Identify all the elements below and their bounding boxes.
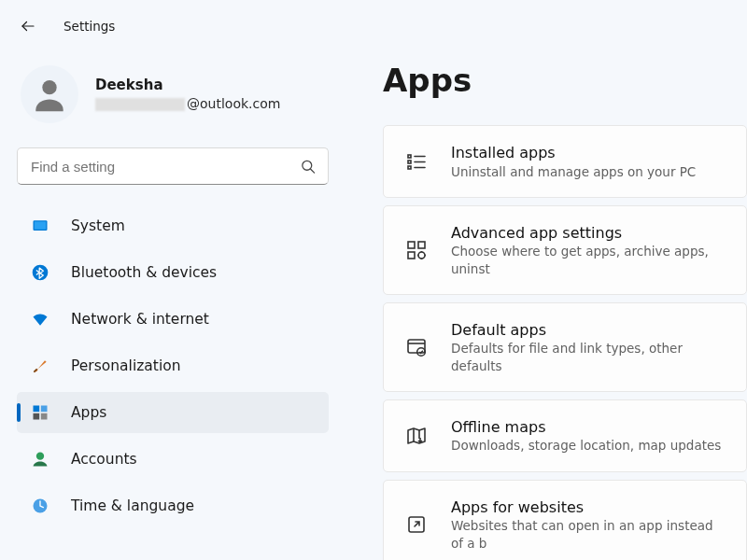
titlebar: Settings [0,0,747,52]
main-content: Apps Installed apps Uninstall and manage… [345,52,747,560]
card-offline-maps[interactable]: Offline maps Downloads, storage location… [383,399,747,472]
sidebar-item-accounts[interactable]: Accounts [17,439,329,480]
person-icon [29,74,70,115]
open-external-icon [404,513,429,536]
card-desc: Defaults for file and link types, other … [451,340,726,373]
sidebar-nav: System Bluetooth & devices Network & int… [17,205,329,526]
window-check-icon [404,336,429,358]
card-title: Default apps [451,320,726,341]
profile-name: Deeksha [95,76,280,94]
card-title: Offline maps [451,417,721,438]
clock-globe-icon [30,497,50,515]
svg-rect-9 [34,413,40,420]
card-desc: Websites that can open in an app instead… [451,517,726,551]
card-title: Advanced app settings [451,223,726,244]
apps-icon [30,403,50,422]
search-wrap [17,147,329,185]
email-domain: @outlook.com [187,96,280,111]
user-profile[interactable]: Deeksha @outlook.com [17,60,329,147]
svg-rect-15 [408,166,411,169]
card-installed-apps[interactable]: Installed apps Uninstall and manage apps… [383,125,747,198]
search-input[interactable] [17,147,329,185]
app-gear-icon [404,239,429,261]
arrow-left-icon [20,18,36,35]
sidebar-item-bluetooth[interactable]: Bluetooth & devices [17,252,329,293]
sidebar-item-label: System [71,217,125,234]
bluetooth-icon [30,263,50,282]
svg-rect-20 [418,242,425,248]
svg-rect-14 [408,161,411,163]
sidebar-item-system[interactable]: System [17,205,329,246]
sidebar-item-network[interactable]: Network & internet [17,299,329,340]
svg-rect-21 [408,252,415,259]
back-button[interactable] [13,11,43,41]
profile-text: Deeksha @outlook.com [95,76,280,112]
card-default-apps[interactable]: Default apps Defaults for file and link … [383,302,747,392]
search-icon [300,159,316,175]
sidebar-item-label: Bluetooth & devices [71,264,217,281]
svg-rect-7 [34,406,40,413]
sidebar-item-apps[interactable]: Apps [17,392,329,433]
accounts-icon [30,450,50,469]
sidebar-item-time-language[interactable]: Time & language [17,485,329,526]
sidebar-item-label: Apps [71,404,106,421]
card-advanced-app-settings[interactable]: Advanced app settings Choose where to ge… [383,205,747,295]
svg-rect-10 [41,413,48,420]
profile-email: @outlook.com [95,95,280,113]
card-title: Installed apps [451,143,696,163]
page-title: Apps [383,62,747,99]
email-redacted [95,98,185,111]
avatar [21,65,78,123]
sidebar-item-label: Time & language [71,497,194,514]
sidebar-item-personalization[interactable]: Personalization [17,345,329,386]
svg-rect-19 [408,242,415,248]
sidebar-item-label: Network & internet [71,311,209,328]
wifi-icon [30,310,50,329]
sidebar: Deeksha @outlook.com System [0,52,345,560]
svg-rect-5 [35,221,47,229]
system-icon [30,217,50,235]
sidebar-item-label: Personalization [71,357,181,374]
map-download-icon [404,425,429,447]
card-apps-for-websites[interactable]: Apps for websites Websites that can open… [383,480,747,560]
card-desc: Downloads, storage location, map updates [451,437,721,454]
card-title: Apps for websites [451,497,726,518]
sidebar-item-label: Accounts [71,451,137,468]
card-desc: Choose where to get apps, archive apps, … [451,243,726,276]
brush-icon [30,357,50,375]
svg-rect-8 [41,406,48,413]
titlebar-label: Settings [63,19,115,34]
svg-rect-13 [408,155,411,158]
card-desc: Uninstall and manage apps on your PC [451,163,696,180]
list-icon [404,150,429,173]
svg-point-11 [36,453,44,460]
svg-point-1 [42,80,56,94]
svg-point-22 [418,252,425,259]
svg-line-3 [311,169,315,173]
